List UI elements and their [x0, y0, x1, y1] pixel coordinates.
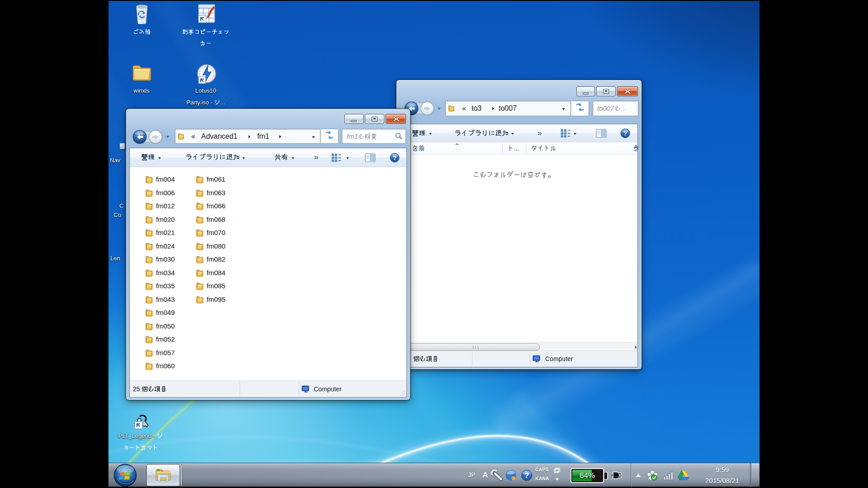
- svg-text:?: ?: [524, 472, 529, 479]
- svg-text:?: ?: [623, 130, 627, 137]
- svg-text:?: ?: [393, 155, 396, 161]
